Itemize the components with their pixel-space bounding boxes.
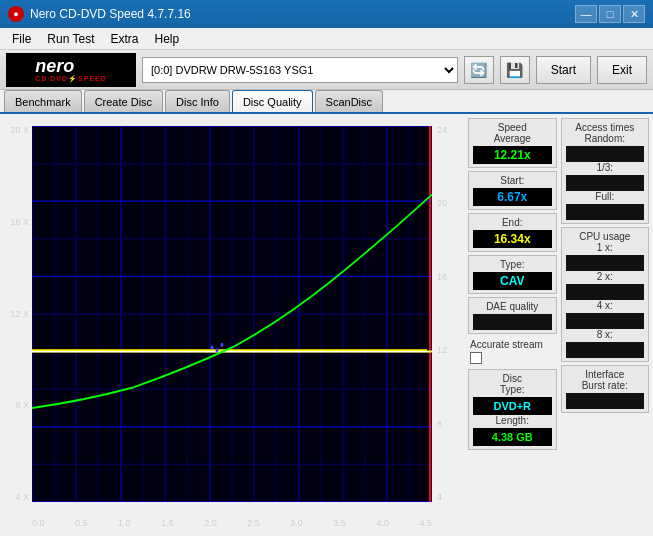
speed-label: Speed (473, 122, 552, 133)
left-col: Speed Average 12.21x Start: 6.67x End: 1… (468, 118, 557, 532)
average-label: Average (473, 133, 552, 144)
start-speed: Start: 6.67x (468, 171, 557, 210)
disc-section: Disc Type: DVD+R Length: 4.38 GB (468, 369, 557, 450)
random-label: Random: (566, 133, 645, 144)
dae-label: DAE quality (473, 301, 552, 312)
tab-disc-quality[interactable]: Disc Quality (232, 90, 313, 112)
access-times-label: Access times (566, 122, 645, 133)
title-bar-left: ● Nero CD-DVD Speed 4.7.7.16 (8, 6, 191, 22)
x-axis: 0.0 0.5 1.0 1.5 2.0 2.5 3.0 3.5 4.0 4.5 (32, 518, 432, 528)
accurate-stream-row (470, 352, 555, 364)
exit-button[interactable]: Exit (597, 56, 647, 84)
random-value (566, 146, 645, 162)
disc-length-value: 4.38 GB (473, 428, 552, 446)
start-value: 6.67x (473, 188, 552, 206)
tab-create-disc[interactable]: Create Disc (84, 90, 163, 112)
tab-scan-disc[interactable]: ScanDisc (315, 90, 383, 112)
panel-columns: Speed Average 12.21x Start: 6.67x End: 1… (468, 118, 649, 532)
end-speed: End: 16.34x (468, 213, 557, 252)
title-controls: — □ ✕ (575, 5, 645, 23)
chart-container: 20 X 16 X 12 X 8 X 4 X (4, 118, 464, 532)
app-icon: ● (8, 6, 24, 22)
y-label-16x: 16 X (10, 218, 29, 227)
disc-type-value: DVD+R (473, 397, 552, 415)
x-label-45: 4.5 (419, 518, 432, 528)
svg-point-37 (221, 343, 224, 347)
tab-disc-info[interactable]: Disc Info (165, 90, 230, 112)
onethird-value (566, 175, 645, 191)
accurate-stream-checkbox[interactable] (470, 352, 482, 364)
logo: nero CD·DVD⚡SPEED (6, 53, 136, 87)
disc-type-label: Type: (473, 384, 552, 395)
y-label-r-4: 4 (437, 493, 442, 502)
refresh-button[interactable]: 🔄 (464, 56, 494, 84)
burst-rate-value (566, 393, 645, 409)
right-col: Access times Random: 1/3: Full: CPU usag… (561, 118, 650, 532)
app-title: Nero CD-DVD Speed 4.7.7.16 (30, 7, 191, 21)
cpu-2x-label: 2 x: (566, 271, 645, 282)
cpu-8x-label: 8 x: (566, 329, 645, 340)
y-label-r-24: 24 (437, 126, 447, 135)
save-button[interactable]: 💾 (500, 56, 530, 84)
y-label-r-12: 12 (437, 346, 447, 355)
onethird-label: 1/3: (566, 162, 645, 173)
close-button[interactable]: ✕ (623, 5, 645, 23)
x-label-0: 0.0 (32, 518, 45, 528)
y-label-4x: 4 X (15, 493, 29, 502)
logo-nero: nero (35, 57, 107, 75)
burst-rate-label: Burst rate: (566, 380, 645, 391)
main-content: 20 X 16 X 12 X 8 X 4 X (0, 114, 653, 536)
x-label-20: 2.0 (204, 518, 217, 528)
accurate-stream-label: Accurate stream (470, 339, 555, 350)
y-label-20x: 20 X (10, 126, 29, 135)
disc-label: Disc (473, 373, 552, 384)
x-label-35: 3.5 (333, 518, 346, 528)
cpu-1x-label: 1 x: (566, 242, 645, 253)
chart-svg (32, 126, 432, 502)
svg-point-36 (216, 348, 219, 352)
y-label-r-20: 20 (437, 199, 447, 208)
disc-length-label: Length: (473, 415, 552, 426)
cpu-4x-value (566, 313, 645, 329)
chart-plot (32, 126, 432, 502)
cpu-4x-label: 4 x: (566, 300, 645, 311)
cpu-2x-value (566, 284, 645, 300)
speed-section: Speed Average 12.21x (468, 118, 557, 168)
cpu-1x-value (566, 255, 645, 271)
x-label-25: 2.5 (247, 518, 260, 528)
menu-bar: File Run Test Extra Help (0, 28, 653, 50)
y-label-8x: 8 X (15, 401, 29, 410)
x-label-30: 3.0 (290, 518, 303, 528)
access-times-section: Access times Random: 1/3: Full: (561, 118, 650, 224)
dae-section: DAE quality (468, 297, 557, 334)
menu-help[interactable]: Help (147, 30, 188, 48)
x-label-15: 1.5 (161, 518, 174, 528)
start-label: Start: (473, 175, 552, 186)
cpu-8x-value (566, 342, 645, 358)
type-label: Type: (473, 259, 552, 270)
minimize-button[interactable]: — (575, 5, 597, 23)
y-label-12x: 12 X (10, 310, 29, 319)
start-button[interactable]: Start (536, 56, 591, 84)
y-label-r-16: 16 (437, 273, 447, 282)
drive-select[interactable]: [0:0] DVDRW DRW-5S163 YSG1 (142, 57, 458, 83)
type-section: Type: CAV (468, 255, 557, 294)
cpu-usage-label: CPU usage (566, 231, 645, 242)
y-label-r-8: 8 (437, 420, 442, 429)
end-value: 16.34x (473, 230, 552, 248)
menu-file[interactable]: File (4, 30, 39, 48)
logo-cdspeed: CD·DVD⚡SPEED (35, 75, 107, 83)
full-label: Full: (566, 191, 645, 202)
menu-run-test[interactable]: Run Test (39, 30, 102, 48)
interface-label: Interface (566, 369, 645, 380)
interface-section: Interface Burst rate: (561, 365, 650, 413)
x-label-10: 1.0 (118, 518, 131, 528)
y-axis-right: 24 20 16 12 8 4 (434, 126, 464, 502)
svg-point-35 (211, 346, 214, 350)
maximize-button[interactable]: □ (599, 5, 621, 23)
average-value: 12.21x (473, 146, 552, 164)
x-label-05: 0.5 (75, 518, 88, 528)
accurate-stream-section: Accurate stream (468, 337, 557, 366)
menu-extra[interactable]: Extra (102, 30, 146, 48)
tab-benchmark[interactable]: Benchmark (4, 90, 82, 112)
